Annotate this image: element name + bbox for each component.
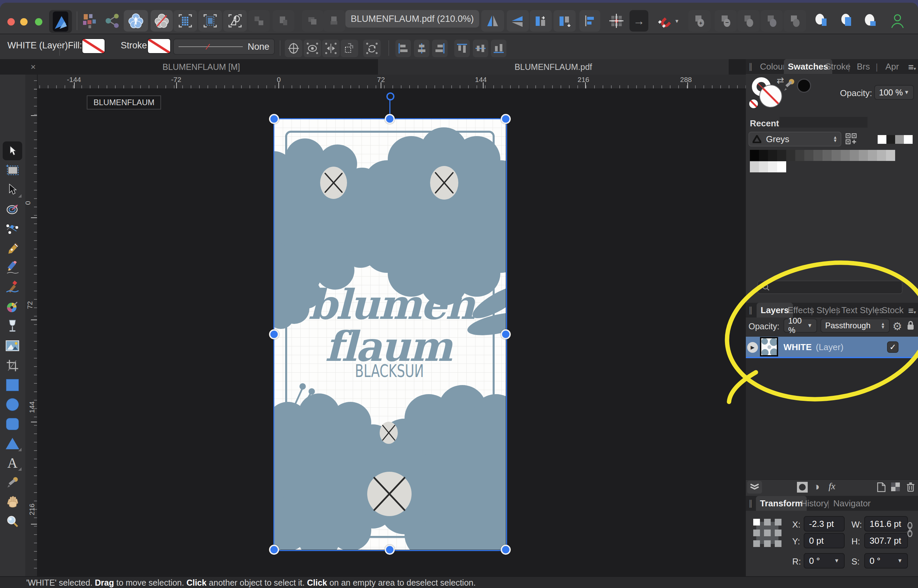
tool-rounded-rectangle[interactable] bbox=[3, 416, 22, 433]
swatch-chip[interactable] bbox=[822, 150, 832, 161]
align-bottom-button[interactable] bbox=[491, 40, 507, 57]
anchor-mid-left[interactable] bbox=[753, 530, 760, 536]
blend-mode-dropdown[interactable]: Passthrough ▲▼ bbox=[821, 318, 890, 333]
insert-on-top-button[interactable] bbox=[859, 10, 882, 32]
tool-artistic-text[interactable]: A bbox=[3, 455, 22, 472]
quick-swatch-chip[interactable] bbox=[878, 135, 886, 144]
layer-op-button-3[interactable] bbox=[302, 10, 324, 32]
rotate-cw-button[interactable] bbox=[554, 10, 576, 32]
swatch-chip[interactable] bbox=[795, 150, 804, 161]
panel-grip-icon[interactable]: ∥ bbox=[748, 499, 753, 508]
layer-search-input[interactable] bbox=[757, 281, 903, 294]
panel-grip-icon[interactable]: ∥ bbox=[748, 305, 753, 315]
selection-handle-top-left[interactable] bbox=[269, 114, 279, 124]
layer-op-button-1[interactable] bbox=[248, 10, 270, 32]
flip-horizontal-button[interactable] bbox=[481, 10, 504, 32]
panel-menu-icon[interactable]: ≡▾ bbox=[908, 305, 916, 316]
swatch-chip[interactable] bbox=[750, 161, 759, 172]
swatch-chip[interactable] bbox=[859, 150, 868, 161]
stack-layers-button[interactable] bbox=[747, 481, 762, 494]
flower-disabled-button[interactable] bbox=[151, 10, 173, 32]
tool-view-hand[interactable] bbox=[3, 494, 22, 510]
swatch-chip[interactable] bbox=[841, 150, 850, 161]
anchor-bottom-right[interactable] bbox=[775, 540, 782, 547]
insert-inside-button[interactable] bbox=[835, 10, 858, 32]
swatch-chip[interactable] bbox=[750, 150, 759, 161]
selection-handle-bottom-right[interactable] bbox=[501, 544, 511, 555]
anchor-mid-right[interactable] bbox=[775, 530, 782, 536]
quick-swatch-chip[interactable] bbox=[886, 135, 895, 144]
swatch-chip[interactable] bbox=[804, 150, 813, 161]
zoom-window-button[interactable] bbox=[35, 18, 42, 26]
stroke-swatch[interactable] bbox=[148, 39, 170, 53]
panel-menu-icon[interactable]: ≡▾ bbox=[908, 62, 916, 73]
show-selection-button[interactable] bbox=[304, 40, 321, 57]
swatch-chip[interactable] bbox=[868, 150, 877, 161]
anchor-bottom-center[interactable] bbox=[764, 540, 771, 547]
marquee-shape-button[interactable] bbox=[223, 10, 247, 32]
opacity-dropdown[interactable]: 100 %▼ bbox=[874, 85, 914, 100]
snapping-button[interactable]: ▼ bbox=[653, 10, 683, 32]
x-input[interactable]: -2.3 pt bbox=[804, 516, 845, 531]
quick-swatch-chip[interactable] bbox=[895, 135, 904, 144]
snap-to-center-button[interactable] bbox=[285, 40, 302, 57]
quick-swatch-chip[interactable] bbox=[904, 135, 913, 144]
tool-artboard[interactable] bbox=[3, 162, 22, 179]
anchor-top-left-selected[interactable] bbox=[753, 519, 760, 525]
rotation-handle[interactable] bbox=[386, 92, 394, 100]
w-input[interactable]: 161.6 pt bbox=[864, 516, 908, 531]
selection-handle-mid-right[interactable] bbox=[501, 329, 511, 339]
new-pixel-layer-icon[interactable] bbox=[891, 483, 900, 491]
selection-handle-bottom-center[interactable] bbox=[385, 544, 395, 555]
color-palette-button[interactable] bbox=[80, 10, 100, 32]
marquee-grid-button[interactable] bbox=[173, 10, 197, 32]
selection-handle-top-right[interactable] bbox=[501, 114, 511, 124]
anchor-center[interactable] bbox=[764, 530, 771, 536]
share-button[interactable] bbox=[103, 10, 122, 32]
anchor-point-selector[interactable] bbox=[753, 519, 782, 547]
swatch-chip[interactable] bbox=[768, 150, 777, 161]
adjustment-layer-icon[interactable]: ◑ bbox=[813, 480, 819, 493]
swatch-chip[interactable] bbox=[786, 150, 795, 161]
close-tab-icon[interactable]: × bbox=[31, 62, 36, 72]
boolean-intersect-button[interactable] bbox=[737, 10, 759, 32]
document-page[interactable]: blumen flaum BLACKSUИ bbox=[274, 119, 506, 550]
fill-swatch[interactable] bbox=[83, 39, 105, 53]
marquee-dots-button[interactable] bbox=[198, 10, 222, 32]
boolean-subtract-button[interactable]: − bbox=[714, 10, 737, 32]
tool-selection[interactable] bbox=[3, 181, 22, 198]
swatch-chip[interactable] bbox=[768, 161, 777, 172]
tool-point-transform[interactable] bbox=[3, 201, 22, 218]
layer-row-white[interactable]: ▶ WHITE (Layer) ✓ bbox=[746, 337, 918, 358]
swatch-chip[interactable] bbox=[759, 161, 768, 172]
tool-pencil[interactable] bbox=[3, 259, 22, 276]
fill-colour-well[interactable] bbox=[759, 85, 782, 108]
r-dropdown[interactable]: 0 °▼ bbox=[804, 553, 845, 569]
swatch-chip[interactable] bbox=[832, 150, 841, 161]
tool-rectangle[interactable] bbox=[3, 376, 22, 393]
y-input[interactable]: 0 pt bbox=[804, 533, 845, 548]
trash-icon[interactable] bbox=[907, 482, 915, 492]
new-layer-icon[interactable] bbox=[877, 482, 886, 492]
layer-settings-gear-icon[interactable]: ⚙ bbox=[892, 320, 902, 333]
panel-grip-icon[interactable]: ∥ bbox=[748, 62, 753, 71]
align-middle-v-button[interactable] bbox=[473, 40, 488, 57]
stroke-width-selector[interactable]: None bbox=[173, 39, 275, 55]
layers-opacity-dropdown[interactable]: 100 %▼ bbox=[784, 318, 817, 333]
boolean-divide-button[interactable] bbox=[761, 10, 783, 32]
tool-pen[interactable] bbox=[3, 240, 22, 257]
align-top-button[interactable] bbox=[454, 40, 470, 57]
link-dimensions-icon[interactable] bbox=[907, 522, 913, 540]
selection-handle-top-center[interactable] bbox=[385, 114, 395, 124]
palette-category-dropdown[interactable]: Greys ▲▼ bbox=[748, 132, 841, 147]
transform-separately-button[interactable] bbox=[341, 40, 358, 57]
tool-triangle[interactable] bbox=[3, 435, 22, 452]
tool-zoom[interactable] bbox=[3, 513, 22, 530]
tool-vector-crop[interactable] bbox=[3, 357, 22, 374]
minimize-window-button[interactable] bbox=[20, 18, 28, 26]
tool-fill-colour[interactable] bbox=[3, 298, 22, 315]
anchor-top-right[interactable] bbox=[775, 519, 782, 525]
selection-handle-mid-left[interactable] bbox=[269, 329, 279, 339]
tab-blumenflaum-m[interactable]: × BLUMENFLAUM [M] bbox=[25, 59, 377, 74]
tab-appearance[interactable]: Apr bbox=[881, 59, 903, 74]
